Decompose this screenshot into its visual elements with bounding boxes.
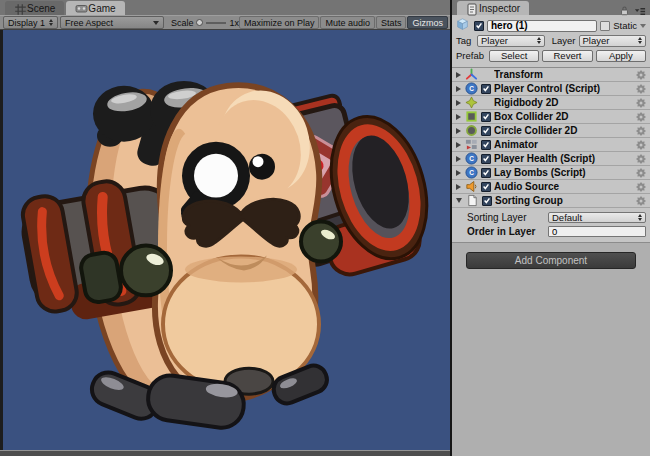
gear-icon[interactable]	[635, 125, 647, 137]
static-checkbox[interactable]	[600, 21, 610, 31]
inspector-panel: Inspector	[450, 0, 650, 456]
audio-icon	[465, 180, 478, 193]
scale-slider[interactable]: Scale 1x	[171, 18, 239, 28]
add-component-button[interactable]: Add Component	[466, 252, 636, 269]
prefab-button[interactable]: Select	[489, 50, 539, 62]
component-row[interactable]: C Lay Bombs (Script)	[452, 166, 650, 180]
tag-dropdown[interactable]: Player	[477, 35, 545, 47]
component-enabled-checkbox[interactable]	[481, 112, 491, 122]
lock-icon[interactable]	[619, 4, 630, 15]
game-tabstrip: Scene Game	[0, 0, 450, 15]
script-icon: C	[465, 152, 478, 165]
component-enabled-checkbox[interactable]	[481, 168, 491, 178]
script-icon: C	[465, 82, 478, 95]
toolbar-button[interactable]: Gizmos	[407, 16, 448, 29]
toolbar-button[interactable]: Mute audio	[320, 16, 375, 29]
prefab-button[interactable]: Revert	[542, 50, 592, 62]
component-row[interactable]: Audio Source	[452, 180, 650, 194]
scale-label: Scale	[171, 18, 194, 28]
foldout-arrow-icon[interactable]	[456, 156, 461, 162]
tab-inspector[interactable]: Inspector	[457, 1, 529, 15]
gameobject-header: Static Tag Player Layer Player Prefab	[452, 15, 650, 68]
view-tab[interactable]: Game	[66, 1, 124, 15]
component-row[interactable]: Rigidbody 2D	[452, 96, 650, 110]
component-enabled-checkbox[interactable]	[481, 140, 491, 150]
component-enabled-checkbox[interactable]	[481, 126, 491, 136]
foldout-arrow-icon[interactable]	[456, 142, 461, 148]
sorting-layer-dropdown[interactable]: Default	[548, 212, 646, 223]
toolbar-button[interactable]: Maximize on Play	[239, 16, 320, 29]
component-enabled-checkbox[interactable]	[481, 182, 491, 192]
foldout-arrow-icon[interactable]	[456, 72, 461, 78]
view-tab[interactable]: Scene	[5, 1, 64, 15]
foldout-arrow-icon[interactable]	[456, 198, 462, 203]
foldout-arrow-icon[interactable]	[456, 100, 461, 106]
gear-icon[interactable]	[635, 111, 647, 123]
prefab-button[interactable]: Apply	[596, 50, 646, 62]
scale-value: 1x	[229, 18, 239, 28]
panel-menu-icon[interactable]	[634, 5, 646, 15]
transform-icon	[465, 68, 478, 81]
slider-track	[206, 22, 226, 24]
window-bottom-edge	[0, 450, 450, 456]
inspector-tabstrip: Inspector	[452, 0, 650, 15]
gear-icon[interactable]	[635, 139, 647, 151]
gear-icon[interactable]	[635, 153, 647, 165]
circle-collider-icon	[465, 124, 478, 137]
layer-dropdown[interactable]: Player	[579, 35, 647, 47]
slider-knob[interactable]	[196, 19, 203, 26]
component-row[interactable]: Transform	[452, 68, 650, 82]
foldout-arrow-icon[interactable]	[456, 128, 461, 134]
component-enabled-checkbox[interactable]	[481, 84, 491, 94]
display-dropdown[interactable]: Display 1	[3, 16, 58, 29]
order-in-layer-field[interactable]	[548, 226, 646, 237]
game-toolbar: Display 1 Free Aspect Scale 1x Maximize …	[0, 15, 450, 30]
svg-text:C: C	[469, 85, 474, 92]
component-row[interactable]: Circle Collider 2D	[452, 124, 650, 138]
rigidbody-icon	[465, 96, 478, 109]
component-row[interactable]: C Player Control (Script)	[452, 82, 650, 96]
active-checkbox[interactable]	[474, 21, 484, 31]
foldout-arrow-icon[interactable]	[456, 184, 461, 190]
static-label: Static	[613, 20, 637, 31]
component-enabled-checkbox[interactable]	[482, 196, 492, 206]
component-enabled-checkbox[interactable]	[481, 154, 491, 164]
sorting-layer-label: Sorting Layer	[456, 212, 548, 223]
popup-arrows-icon	[638, 37, 642, 44]
gear-icon[interactable]	[635, 181, 647, 193]
gameobject-cube-icon	[456, 18, 471, 33]
svg-text:C: C	[469, 169, 474, 176]
foldout-arrow-icon[interactable]	[456, 170, 461, 176]
box-collider-icon	[465, 110, 478, 123]
game-panel: Scene Game Display 1 Free Aspect Scale	[0, 0, 450, 456]
game-icon	[75, 3, 85, 13]
gear-icon[interactable]	[635, 69, 647, 81]
script-icon: C	[465, 166, 478, 179]
component-row[interactable]: Sorting Group	[452, 194, 650, 208]
foldout-arrow-icon[interactable]	[456, 114, 461, 120]
static-dropdown-icon[interactable]	[640, 24, 646, 28]
component-row[interactable]: Animator	[452, 138, 650, 152]
sorting-group-properties: Sorting Layer Default Order in Layer	[452, 208, 650, 243]
foldout-arrow-icon[interactable]	[456, 86, 461, 92]
chevron-down-icon	[153, 21, 159, 25]
component-row[interactable]: C Player Health (Script)	[452, 152, 650, 166]
popup-arrows-icon	[49, 19, 53, 26]
popup-arrows-icon	[537, 37, 541, 44]
layer-label: Layer	[548, 35, 576, 46]
toolbar-button[interactable]: Stats	[376, 16, 407, 29]
gear-icon[interactable]	[635, 195, 647, 207]
tag-label: Tag	[456, 35, 474, 46]
prefab-label: Prefab	[456, 50, 486, 61]
gear-icon[interactable]	[635, 167, 647, 179]
page-icon	[466, 194, 479, 207]
aspect-dropdown[interactable]: Free Aspect	[60, 16, 164, 29]
component-row[interactable]: Box Collider 2D	[452, 110, 650, 124]
gear-icon[interactable]	[635, 83, 647, 95]
gameobject-name-field[interactable]	[487, 20, 597, 32]
hero-sprite	[3, 30, 450, 450]
scene-icon	[14, 3, 24, 13]
gear-icon[interactable]	[635, 97, 647, 109]
inspector-empty-area: Add Component	[452, 243, 650, 456]
game-viewport[interactable]	[0, 30, 450, 450]
